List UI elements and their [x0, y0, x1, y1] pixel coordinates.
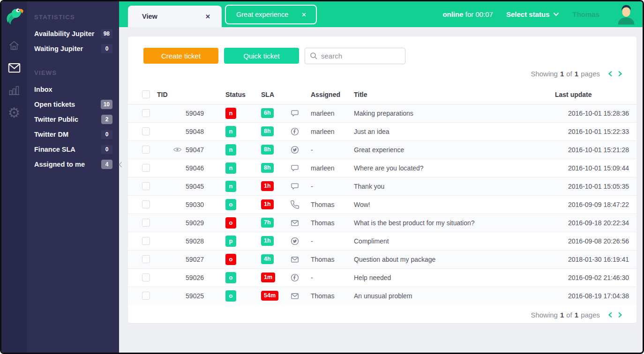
column-header-last-update[interactable]: Last update: [547, 85, 637, 104]
ticket-row[interactable]: 59028p1h-Compliment2016-09-08 20:26:56: [128, 232, 637, 250]
count-badge: 98: [101, 29, 112, 38]
row-checkbox[interactable]: [142, 164, 150, 172]
top-bar: View ✕ Great experience ✕ online for 00:…: [119, 1, 643, 27]
user-avatar[interactable]: [616, 4, 636, 25]
online-label: online: [442, 10, 463, 18]
tab-view[interactable]: View ✕: [128, 6, 222, 27]
chat-channel-icon: [290, 109, 300, 118]
column-header-status[interactable]: Status: [211, 85, 261, 104]
mail-icon[interactable]: [8, 61, 21, 74]
ticket-id: 59045: [186, 183, 204, 190]
ticket-id: 59029: [186, 219, 204, 227]
eye-icon: [173, 147, 182, 153]
count-badge: 2: [101, 115, 112, 124]
column-header-title[interactable]: Title: [354, 85, 547, 104]
sidebar-item-waiting-jupiter[interactable]: Waiting Jupiter0: [27, 41, 119, 56]
mail-channel-icon: [290, 255, 300, 264]
ticket-title: Making preparations: [354, 110, 413, 117]
sidebar-item-finance-sla[interactable]: Finance SLA0: [27, 142, 119, 157]
sidebar-item-availability-jupiter[interactable]: Availability Jupiter98: [27, 26, 119, 41]
total-pages: 1: [575, 311, 578, 319]
sidebar-item-twitter-public[interactable]: Twitter Public2: [27, 112, 119, 127]
select-all-checkbox[interactable]: [142, 90, 150, 98]
user-name: Thomas: [572, 10, 599, 18]
sidebar-item-open-tickets[interactable]: Open tickets10: [27, 97, 119, 112]
content-card: Create ticket Quick ticket Showing 1 of: [128, 37, 637, 323]
sidebar-item-label: Inbox: [34, 86, 52, 93]
ticket-row[interactable]: 59026o1m-Help needed2016-09-02 21:46:30: [128, 268, 637, 287]
settings-icon[interactable]: ⚙: [8, 106, 21, 119]
ticket-row[interactable]: 59045n1h-Thank you2016-10-01 15:05:35: [128, 177, 637, 195]
toolbar: Create ticket Quick ticket: [143, 48, 637, 64]
ticket-table-body: 59049n6hmarleenMaking preparations2016-1…: [128, 104, 637, 305]
search-box[interactable]: [305, 48, 405, 64]
ticket-row[interactable]: 59030o1hThomasWow!2016-09-09 18:47:22: [128, 195, 637, 214]
ticket-title: Just an idea: [354, 128, 389, 135]
sidebar-item-label: Open tickets: [34, 101, 75, 108]
current-page: 1: [560, 70, 564, 78]
assigned-agent: Thomas: [311, 219, 335, 227]
stats-icon[interactable]: [8, 84, 21, 96]
create-ticket-button[interactable]: Create ticket: [143, 48, 218, 64]
row-checkbox[interactable]: [142, 182, 150, 190]
row-checkbox[interactable]: [142, 200, 150, 208]
last-update: 2016-10-01 15:22:33: [568, 128, 629, 135]
tab-great-experience[interactable]: Great experience ✕: [225, 5, 317, 24]
row-checkbox[interactable]: [142, 146, 150, 154]
sidebar-item-label: Finance SLA: [34, 146, 75, 153]
quick-ticket-button[interactable]: Quick ticket: [224, 48, 299, 64]
close-tab-icon[interactable]: ✕: [205, 13, 210, 20]
chat-channel-icon: [290, 163, 300, 173]
row-checkbox[interactable]: [142, 127, 150, 135]
last-update: 2018-01-30 16:19:41: [568, 256, 629, 263]
assigned-agent: marleen: [311, 164, 335, 172]
ticket-row[interactable]: 59027o4hThomasQuestion about my package2…: [128, 250, 637, 268]
prev-page-button[interactable]: [608, 312, 613, 318]
sidebar: STATISTICSAvailability Jupiter98Waiting …: [27, 1, 119, 353]
row-checkbox[interactable]: [142, 255, 150, 263]
sidebar-collapse-icon[interactable]: [119, 161, 122, 170]
sidebar-item-label: Twitter Public: [34, 116, 78, 123]
helpdesk-app: ⚙ STATISTICSAvailability Jupiter98Waitin…: [0, 0, 644, 354]
search-input[interactable]: [321, 52, 396, 60]
column-header-assigned[interactable]: Assigned: [309, 85, 354, 104]
prev-page-button[interactable]: [608, 71, 613, 77]
row-checkbox[interactable]: [142, 237, 150, 245]
status-badge: n: [225, 126, 236, 137]
sidebar-item-inbox[interactable]: Inbox: [27, 82, 119, 97]
assigned-agent: -: [311, 146, 313, 154]
total-pages: 1: [575, 70, 578, 78]
next-page-button[interactable]: [618, 71, 622, 77]
row-checkbox[interactable]: [142, 292, 150, 300]
row-checkbox[interactable]: [142, 109, 150, 117]
next-page-button[interactable]: [618, 312, 622, 318]
sidebar-item-twitter-dm[interactable]: Twitter DM0: [27, 127, 119, 142]
search-icon: [310, 52, 318, 60]
column-header-sla[interactable]: SLA: [261, 85, 289, 104]
row-checkbox[interactable]: [142, 219, 150, 227]
close-tab-icon[interactable]: ✕: [301, 11, 307, 18]
sidebar-item-assigned-to-me[interactable]: Assigned to me4: [27, 157, 119, 172]
status-badge: n: [225, 181, 236, 192]
sla-badge: 54m: [261, 291, 278, 301]
status-select[interactable]: Select status: [506, 10, 560, 18]
count-badge: 0: [101, 44, 112, 53]
ticket-id: 59025: [186, 292, 204, 300]
ticket-row[interactable]: 59025o54mThomasAn unusual problem2016-08…: [128, 287, 637, 305]
ticket-row[interactable]: 59047n8h-Great experience2016-10-01 15:2…: [128, 140, 637, 159]
row-checkbox[interactable]: [142, 273, 150, 281]
ticket-id: 59027: [186, 256, 204, 263]
twitter-channel-icon: [290, 236, 300, 246]
ticket-row[interactable]: 59048n8hmarleenJust an idea2016-10-01 15…: [128, 122, 637, 140]
sla-badge: 1h: [261, 199, 274, 209]
ticket-row[interactable]: 59029o7hThomasWhat is the best product f…: [128, 214, 637, 232]
icon-strip: ⚙: [1, 1, 27, 353]
column-header-tid[interactable]: TID: [157, 85, 211, 104]
chevron-down-icon: [553, 12, 559, 16]
last-update: 2016-09-09 18:47:22: [568, 201, 629, 208]
ticket-row[interactable]: 59046n8hmarleenWhere are you located?201…: [128, 159, 637, 177]
status-badge: o: [225, 254, 236, 265]
ticket-row[interactable]: 59049n6hmarleenMaking preparations2016-1…: [128, 104, 637, 122]
ticket-id: 59028: [186, 237, 204, 245]
home-icon[interactable]: [8, 39, 21, 52]
